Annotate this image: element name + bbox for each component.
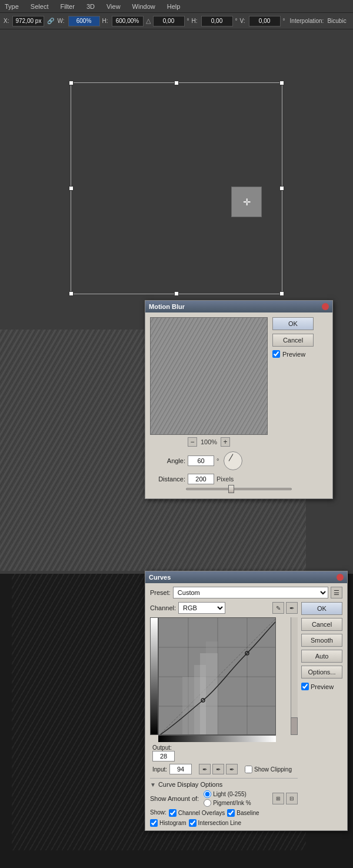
cancel-button[interactable]: Cancel: [272, 334, 314, 347]
curves-graph-svg[interactable]: [158, 617, 276, 735]
menu-help[interactable]: Help: [165, 2, 183, 11]
intersection-checkbox[interactable]: [189, 819, 197, 827]
light-radio[interactable]: [204, 790, 211, 798]
distance-slider-row: [155, 488, 323, 490]
preview-controls: − 100% +: [150, 437, 268, 447]
options-bar: X: 🔗 W: H: △ ° H: ° V: ° Interpolation: …: [0, 13, 353, 29]
menu-select[interactable]: Select: [28, 2, 51, 11]
crosshair-icon: ✛: [243, 197, 251, 208]
baseline-label: Baseline: [237, 810, 259, 816]
baseline-checkbox[interactable]: [227, 809, 235, 817]
handle-bl[interactable]: [69, 291, 74, 296]
distance-unit: Pixels: [217, 475, 234, 483]
eyedropper-black-btn[interactable]: ✒: [199, 764, 211, 774]
curves-auto-btn[interactable]: Auto: [301, 650, 342, 663]
output-input[interactable]: [152, 751, 175, 761]
angle-label: Angle:: [150, 457, 185, 464]
v-input[interactable]: [249, 16, 281, 26]
handle-tl[interactable]: [69, 81, 74, 85]
handle-br[interactable]: [279, 291, 284, 296]
menu-type[interactable]: Type: [2, 2, 21, 11]
handle-bc[interactable]: [174, 291, 179, 296]
handle-ml[interactable]: [69, 186, 74, 191]
curves-body: Preset: Custom ☰ Channel: RGB ✎ ✒: [145, 583, 347, 830]
rotate-input[interactable]: [153, 16, 185, 26]
zoom-in-btn[interactable]: +: [221, 437, 230, 447]
curves-title-bar[interactable]: Curves: [145, 571, 347, 583]
input-value-input[interactable]: [169, 764, 192, 774]
angle-unit: °: [217, 457, 219, 464]
handle-mr[interactable]: [279, 186, 284, 191]
horizontal-gradient-bar: [158, 735, 276, 742]
interp-value: Bicubic: [327, 18, 346, 24]
bottom-gradient-row: [158, 735, 298, 742]
menu-3d[interactable]: 3D: [84, 2, 97, 11]
scroll-thumb[interactable]: [291, 717, 298, 735]
zoom-out-btn[interactable]: −: [188, 437, 197, 447]
preset-select[interactable]: Custom: [173, 587, 328, 598]
distance-input[interactable]: [188, 474, 214, 484]
show-clipping-checkbox[interactable]: [245, 766, 252, 773]
curves-left: Channel: RGB ✎ ✒: [150, 602, 298, 827]
curves-smooth-btn[interactable]: Smooth: [301, 634, 342, 647]
show-amount-row: Show Amount of: Light (0-255) Pigment/In…: [150, 790, 298, 807]
input-label: Input:: [152, 766, 167, 773]
curve-pencil-tool[interactable]: ✎: [272, 602, 284, 614]
angle-dial[interactable]: [224, 451, 242, 470]
preset-row: Preset: Custom ☰: [150, 587, 342, 598]
curves-cancel-btn[interactable]: Cancel: [301, 618, 342, 631]
preview-checkbox[interactable]: [272, 350, 280, 358]
histogram-checkbox[interactable]: [150, 819, 158, 827]
angle-row: Angle: °: [150, 451, 328, 470]
motion-blur-close-btn[interactable]: [322, 303, 329, 310]
transform-box[interactable]: ✛: [71, 82, 282, 294]
link-icon[interactable]: 🔗: [46, 17, 55, 25]
zoom-level: 100%: [201, 438, 217, 445]
channel-overlays-checkbox[interactable]: [169, 809, 176, 817]
w-label: W:: [57, 18, 64, 24]
curve-point-tool[interactable]: ✒: [286, 602, 298, 614]
h2-input[interactable]: [201, 16, 233, 26]
curves-preview-row: Preview: [301, 683, 342, 690]
output-area: Output:: [150, 744, 298, 761]
curves-title: Curves: [149, 574, 171, 581]
grid-large-btn[interactable]: ⊟: [286, 793, 298, 804]
menu-window[interactable]: Window: [130, 2, 158, 11]
angle-input[interactable]: [188, 455, 214, 466]
radio-group: Light (0-255) Pigment/Ink %: [204, 790, 251, 807]
x-input[interactable]: [12, 16, 44, 26]
histogram-option: Histogram: [150, 819, 187, 827]
distance-slider-track[interactable]: [186, 488, 292, 490]
show-amount-label: Show Amount of:: [150, 795, 199, 802]
h-input[interactable]: [112, 16, 144, 26]
h-label: H:: [102, 18, 108, 24]
eyedropper-gray-btn[interactable]: ✒: [212, 764, 224, 774]
channel-select[interactable]: RGB: [178, 602, 225, 614]
handle-tr[interactable]: [279, 81, 284, 85]
angle-dial-line: [229, 454, 234, 461]
curves-ok-btn[interactable]: OK: [301, 602, 342, 615]
curves-preview-checkbox[interactable]: [301, 683, 309, 690]
ok-button[interactable]: OK: [272, 317, 314, 330]
motion-blur-preview-area: − 100% +: [150, 317, 268, 447]
scroll-indicator[interactable]: [291, 617, 298, 735]
curve-display-header[interactable]: ▼ Curve Display Options: [150, 781, 298, 788]
canvas-area: ✛: [0, 29, 353, 335]
handle-tc[interactable]: [174, 81, 179, 85]
eyedropper-group: ✒ ✒ ✒: [199, 764, 238, 774]
motion-blur-title-bar[interactable]: Motion Blur: [145, 301, 332, 312]
grid-small-btn[interactable]: ⊞: [272, 793, 284, 804]
grid-icon-group: ⊞ ⊟: [272, 793, 298, 804]
distance-slider-thumb[interactable]: [228, 485, 234, 493]
channel-row: Channel: RGB ✎ ✒: [150, 602, 298, 614]
curves-options-btn[interactable]: Options...: [301, 666, 342, 679]
x-label: X:: [4, 18, 9, 24]
preset-menu-btn[interactable]: ☰: [331, 587, 342, 598]
curves-close-btn[interactable]: [337, 574, 344, 581]
pigment-radio[interactable]: [204, 799, 211, 807]
w-input[interactable]: [68, 16, 100, 26]
eyedropper-white-btn[interactable]: ✒: [226, 764, 238, 774]
scroll-spacer: [276, 735, 283, 742]
menu-view[interactable]: View: [104, 2, 123, 11]
menu-filter[interactable]: Filter: [58, 2, 76, 11]
